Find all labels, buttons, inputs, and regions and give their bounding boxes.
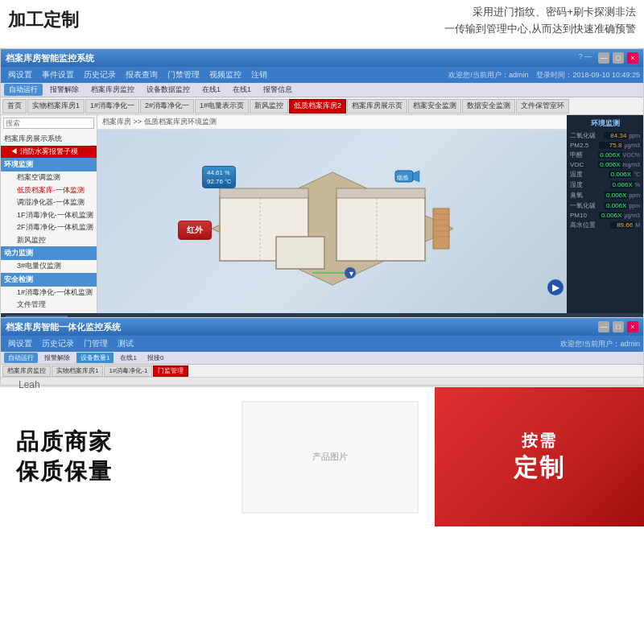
tree-item-elec[interactable]: 3#电量仪监测 — [1, 260, 97, 273]
top-line2: 一传输到管理中心,从而达到快速准确预警 — [444, 21, 636, 38]
bottom-close-button[interactable]: × — [627, 321, 638, 332]
tree-header-env: 环境监测 — [1, 158, 97, 171]
menu-video[interactable]: 视频监控 — [205, 68, 246, 81]
bottom-sub-tab-online[interactable]: 在线1 — [116, 353, 140, 363]
env-value-pm25: 75.8 — [599, 142, 623, 149]
env-label-co2: 二氧化碳 — [570, 131, 604, 140]
env-label-pm25: PM2.5 — [570, 142, 599, 149]
nav-tabs-bar: 首页 实物档案库房1 1#消毒净化一 2#消毒净化一 1#电量表示页 新风监控 … — [1, 97, 643, 115]
menu-logout[interactable]: 注销 — [247, 68, 271, 81]
tree-item-humid[interactable]: 调湿净化器-一体监测 — [1, 196, 97, 209]
env-value-pm10: 0.006X — [599, 212, 623, 219]
minimize-button[interactable]: — — [598, 52, 609, 64]
close-button[interactable]: × — [627, 52, 638, 64]
nav-tab-power[interactable]: 1#电量表示页 — [195, 99, 249, 114]
tree-item-vent[interactable]: 新风监控 — [1, 234, 97, 247]
env-unit-co: ppm — [629, 203, 640, 208]
svg-rect-8 — [433, 208, 449, 249]
left-sidebar: 档案库房展示系统 ◀ 消防水雾报警子模 环境监测 档案空调监测 低质档案库-一体… — [1, 115, 97, 313]
floorplan-svg: 烟感 ▼ — [196, 148, 469, 309]
bottom-sub-tab-zone[interactable]: 报接0 — [143, 353, 167, 363]
env-row-formaldehyde: 甲醛 0.006X VOC% — [570, 151, 640, 159]
env-row-pm25: PM2.5 75.8 μg/m3 — [570, 142, 640, 149]
sub-tabs-row: 自动运行 报警解除 档案库房监控 设备数据监控 在线1 在线1 报警信息 — [1, 83, 643, 97]
bottom-menu-test[interactable]: 测试 — [114, 337, 138, 350]
tree-item-root[interactable]: 档案库房展示系统 — [1, 133, 97, 146]
sensor-temp-humidity: 44.61 % 92.76 °C — [202, 166, 236, 188]
top-line1: 采用进门指纹、密码+刷卡探测非法 — [444, 4, 636, 21]
ad-center-section: 产品图片 — [225, 387, 435, 526]
bottom-system-title: 档案库房智能一体化监控系统 — [6, 321, 121, 333]
tree-item-dis1f[interactable]: 1F消毒净化-一体机监测 — [1, 209, 97, 222]
menu-access[interactable]: 门禁管理 — [163, 68, 204, 81]
nav-tab-security[interactable]: 档案安全监测 — [408, 99, 461, 114]
tree-item-dis1sec[interactable]: 1#消毒净化-一体机监测 — [1, 287, 97, 299]
tree-item-aircon[interactable]: 档案空调监测 — [1, 171, 97, 184]
nav-tab-display[interactable]: 档案库房展示页 — [347, 99, 407, 114]
nav-tab-lowarchive[interactable]: 低质档案库房2 — [289, 99, 346, 114]
bottom-minimize-button[interactable]: — — [598, 321, 609, 332]
sensor-value1: 44.61 % — [207, 168, 231, 177]
nav-tab-disinfect2[interactable]: 2#消毒净化一 — [140, 99, 194, 114]
bottom-nav-archive[interactable]: 档案库房监控 — [2, 365, 51, 377]
menu-history[interactable]: 历史记录 — [80, 68, 120, 81]
ad-image-label: 产品图片 — [312, 451, 348, 463]
svg-rect-2 — [220, 188, 308, 198]
ad-image-placeholder: 产品图片 — [242, 401, 419, 514]
menu-reports[interactable]: 报表查询 — [122, 68, 162, 81]
bottom-window-controls: — □ × — [598, 321, 638, 332]
ad-banner: 品质商家 保质保量 产品图片 按需 定制 — [0, 386, 644, 526]
bottom-maximize-button[interactable]: □ — [613, 321, 624, 332]
menu-settings[interactable]: 阀设置 — [4, 68, 36, 81]
nav-tab-datasecurity[interactable]: 数据安全监测 — [462, 99, 515, 114]
svg-rect-4 — [336, 188, 425, 198]
bottom-sub-tab-alarm[interactable]: 报警解除 — [40, 353, 74, 363]
sub-tab-auto[interactable]: 自动运行 — [4, 84, 43, 96]
nav-tab-ventilation[interactable]: 新风监控 — [250, 99, 288, 114]
tree-item-filemanage[interactable]: 文件管理 — [1, 299, 97, 312]
sub-tab-alarm-info[interactable]: 报警信息 — [258, 84, 297, 96]
env-value-humid: 0.006X — [610, 181, 634, 188]
ad-right-section: 按需 定制 — [435, 387, 644, 526]
svg-text:烟感: 烟感 — [397, 175, 408, 180]
bottom-nav-door[interactable]: 门监管理 — [153, 365, 188, 377]
env-unit-ozone: ppm — [629, 192, 640, 198]
bottom-sub-tab-auto[interactable]: 自动运行 — [4, 353, 38, 363]
bottom-sub-tab-device[interactable]: 设备数量1 — [76, 353, 114, 363]
bottom-menu-access[interactable]: 门管理 — [80, 337, 112, 350]
maximize-button[interactable]: □ — [613, 52, 624, 64]
menu-events[interactable]: 事件设置 — [38, 68, 78, 81]
bottom-menu-history[interactable]: 历史记录 — [38, 337, 78, 350]
nav-tab-disinfect1[interactable]: 1#消毒净化一 — [85, 99, 139, 114]
navigate-right-button[interactable]: ▶ — [547, 279, 564, 295]
env-panel-title: 环境监测 — [570, 118, 640, 129]
nav-tab-file[interactable]: 文件保管室环 — [516, 99, 569, 114]
ad-line2: 保质保量 — [16, 457, 113, 486]
sub-tab-online2[interactable]: 在线1 — [228, 84, 256, 96]
sub-tab-online1[interactable]: 在线1 — [197, 84, 225, 96]
env-label-ozone: 臭氧 — [570, 191, 604, 200]
bottom-nav-dis1[interactable]: 1#消毒净化-1 — [104, 365, 152, 377]
env-label-pm10: PM10 — [570, 212, 599, 219]
env-label-humid: 湿度 — [570, 180, 610, 189]
sub-tab-alarm[interactable]: 报警解除 — [45, 84, 84, 96]
sub-tab-monitor[interactable]: 档案库房监控 — [86, 84, 139, 96]
tree-item-dis2f[interactable]: 2F消毒净化-一体机监测 — [1, 221, 97, 234]
nav-tab-home[interactable]: 首页 — [2, 99, 27, 114]
bottom-nav-archive1[interactable]: 实物档案库房1 — [52, 365, 103, 377]
ad-line1: 品质商家 — [16, 427, 113, 456]
env-unit-water: M — [635, 222, 640, 228]
nav-tab-archive1[interactable]: 实物档案库房1 — [27, 99, 85, 114]
env-value-co: 0.006X — [604, 202, 628, 209]
ad-right-top-text: 按需 — [522, 430, 557, 452]
tree-item-lowarchive[interactable]: 低质档案库-一体监测 — [1, 184, 97, 197]
bottom-menu-settings[interactable]: 阀设置 — [4, 337, 36, 350]
env-row-co: 一氧化碳 0.006X ppm — [570, 201, 640, 210]
search-input[interactable] — [3, 118, 94, 129]
env-unit-voc: mg/m3 — [623, 162, 640, 167]
sub-tab-device[interactable]: 设备数据监控 — [142, 84, 195, 96]
system-title: 档案库房智能监控系统 — [6, 52, 94, 64]
tree-item-fire[interactable]: ◀ 消防水雾报警子模 — [1, 146, 97, 159]
bottom-nav-tabs: 档案库房监控 实物档案库房1 1#消毒净化-1 门监管理 — [1, 365, 643, 378]
system-menubar: 阀设置 事件设置 历史记录 报表查询 门禁管理 视频监控 注销 欢迎您!当前用户… — [1, 67, 643, 83]
